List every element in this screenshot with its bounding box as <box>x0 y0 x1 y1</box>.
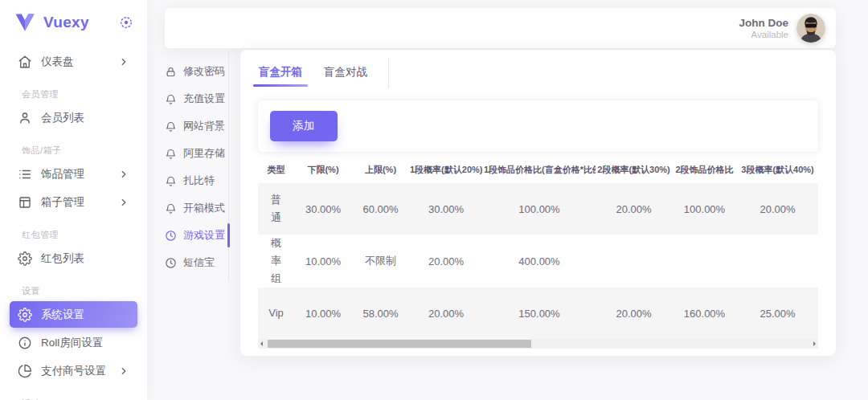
subnav-item-game-settings[interactable]: 游戏设置 <box>165 222 228 249</box>
content-area: 修改密码 充值设置 网站背景 阿里存储 <box>165 50 836 400</box>
column-header: 上限(%) <box>352 157 409 183</box>
settings-card: 盲盒开箱 盲盒对战 添加 类 <box>240 50 836 356</box>
subnav-item-zhabite[interactable]: 扎比特 <box>165 167 228 194</box>
cell-value: 25.00% <box>737 288 818 339</box>
tab-blindbox-battle[interactable]: 盲盒对战 <box>321 58 370 87</box>
gear-icon <box>18 308 32 322</box>
tab-blindbox-open[interactable]: 盲盒开箱 <box>256 58 305 87</box>
scroll-left-arrow[interactable] <box>260 341 263 346</box>
bell-icon <box>165 175 177 187</box>
column-header: 2段饰品价格比 <box>672 157 737 183</box>
subnav-active-indicator <box>227 223 230 247</box>
tab-bar: 盲盒开箱 盲盒对战 <box>240 50 836 87</box>
column-header: 1段概率(默认20%) <box>409 157 483 183</box>
column-header: 3段概率(默认40%) <box>737 157 818 183</box>
user-menu[interactable]: John Doe Available <box>739 17 788 39</box>
sidebar-item-payment-merchant-settings[interactable]: 支付商号设置 <box>10 357 137 384</box>
avatar[interactable] <box>796 14 825 43</box>
pie-chart-icon <box>18 364 32 378</box>
sidebar-section-members: 会员管理 <box>22 88 147 100</box>
sidebar-item-label: 系统设置 <box>41 308 129 322</box>
subnav-item-label: 短信宝 <box>183 255 215 270</box>
column-header: 1段饰品价格比(盲盒价格*比例) <box>483 157 596 183</box>
vuexy-logo-icon <box>14 13 35 32</box>
subnav-item-label: 阿里存储 <box>183 146 225 161</box>
cell-value <box>596 235 672 288</box>
bell-icon <box>165 93 177 105</box>
sidebar-item-roll-room-settings[interactable]: Roll房间设置 <box>10 329 137 356</box>
user-status: Available <box>739 30 788 39</box>
user-icon <box>18 111 32 125</box>
sidebar-item-label: 会员列表 <box>41 111 129 125</box>
cell-value: 10.00% <box>294 288 352 339</box>
home-icon <box>18 55 32 69</box>
sidebar-section-settings: 设置 <box>22 285 147 297</box>
subnav-item-label: 开箱模式 <box>183 201 225 215</box>
chevron-right-icon <box>118 365 129 377</box>
scroll-right-arrow[interactable] <box>813 341 816 346</box>
cell-value: 30.00% <box>294 183 352 235</box>
layout-icon <box>18 195 32 210</box>
list-icon <box>18 167 32 182</box>
sidebar-item-label: 箱子管理 <box>41 195 118 210</box>
sidebar-item-dashboard[interactable]: 仪表盘 <box>10 48 137 75</box>
toolbar-card: 添加 <box>258 100 818 152</box>
sidebar-item-label: 支付商号设置 <box>41 364 118 378</box>
sidebar-item-label: Roll房间设置 <box>41 336 129 350</box>
top-header: John Doe Available <box>165 8 836 48</box>
cell-value: 20.00% <box>596 288 672 339</box>
cell-value: 20.00% <box>409 288 483 339</box>
subnav-item-change-password[interactable]: 修改密码 <box>165 58 228 85</box>
subnav-item-unbox-mode[interactable]: 开箱模式 <box>165 194 228 222</box>
horizontal-scrollbar[interactable] <box>258 339 818 349</box>
main-area: John Doe Available <box>147 0 868 400</box>
add-button[interactable]: 添加 <box>270 111 338 141</box>
subnav-item-label: 游戏设置 <box>183 228 225 243</box>
subnav-item-label: 扎比特 <box>183 173 215 188</box>
gear-icon <box>18 251 32 266</box>
sidebar-item-box-management[interactable]: 箱子管理 <box>10 189 137 215</box>
sidebar-item-accessory-management[interactable]: 饰品管理 <box>10 161 137 187</box>
cell-type: 普通 <box>258 183 294 235</box>
clock-icon <box>165 230 177 242</box>
cell-value: 不限制 <box>352 235 409 288</box>
subnav-item-label: 修改密码 <box>183 64 225 79</box>
chevron-right-icon <box>118 169 129 180</box>
logo-row: Vuexy <box>0 0 147 39</box>
tab-label: 盲盒对战 <box>324 65 367 80</box>
subnav-item-sms-bao[interactable]: 短信宝 <box>165 249 228 276</box>
chevron-right-icon <box>118 56 129 67</box>
tab-separator <box>388 58 389 88</box>
cell-value: 100.00% <box>483 183 596 235</box>
table-header-row: 类型 下限(%) 上限(%) 1段概率(默认20%) 1段饰品价格比(盲盒价格*… <box>258 157 818 183</box>
sidebar-item-system-settings[interactable]: 系统设置 <box>10 301 137 328</box>
cell-type: 概率组 <box>258 235 294 288</box>
clock-icon <box>165 257 177 269</box>
sidebar-item-label: 仪表盘 <box>41 55 118 69</box>
chevron-right-icon <box>118 197 129 208</box>
cell-value: 20.00% <box>596 183 672 235</box>
brand-name: Vuexy <box>43 14 118 31</box>
cell-value: 60.00% <box>352 183 409 235</box>
column-header: 类型 <box>258 157 294 183</box>
column-header: 下限(%) <box>294 157 352 183</box>
cell-value <box>672 235 737 288</box>
cell-value: 400.00% <box>483 235 596 288</box>
table-row: 概率组 10.00% 不限制 20.00% 400.00% <box>258 235 818 288</box>
table-row: 普通 30.00% 60.00% 30.00% 100.00% 20.00% 1… <box>258 183 818 235</box>
cell-value: 150.00% <box>483 288 596 339</box>
menu-pin-toggle-icon[interactable] <box>118 14 134 31</box>
cell-value: 30.00% <box>409 183 483 235</box>
user-name: John Doe <box>739 17 788 29</box>
sidebar-item-redpacket-list[interactable]: 红包列表 <box>10 245 137 271</box>
settings-subnav: 修改密码 充值设置 网站背景 阿里存储 <box>165 50 229 281</box>
subnav-item-label: 充值设置 <box>183 92 225 106</box>
sidebar-section-items-boxes: 饰品/箱子 <box>22 145 147 157</box>
subnav-item-ali-storage[interactable]: 阿里存储 <box>165 140 228 167</box>
scrollbar-thumb[interactable] <box>268 340 531 348</box>
subnav-item-recharge-settings[interactable]: 充值设置 <box>165 85 228 112</box>
subnav-item-site-background[interactable]: 网站背景 <box>165 112 228 140</box>
cell-value: 10.00% <box>294 235 352 288</box>
sidebar-item-member-list[interactable]: 会员列表 <box>10 104 137 131</box>
table-row: Vip 10.00% 58.00% 20.00% 150.00% 20.00% … <box>258 288 818 339</box>
